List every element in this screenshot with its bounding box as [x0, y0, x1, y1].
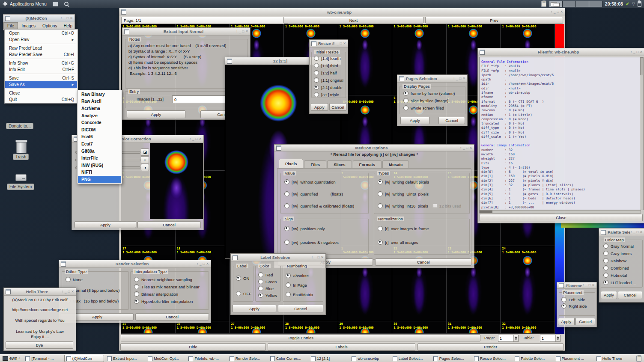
extract-titlebar[interactable]: Extract Input Normal ↑_□✕ [122, 28, 250, 36]
bye-button[interactable]: Bye [6, 341, 73, 349]
radio-selected-icon[interactable] [378, 179, 383, 184]
radio-option-blue[interactable]: Blue [258, 286, 277, 291]
applications-menu-button[interactable]: Applications Menu [10, 1, 47, 6]
submenu-item-ecat6[interactable]: Ecat6 [78, 134, 121, 141]
tab-pixels[interactable]: Pixels [279, 159, 303, 168]
menu-item-open[interactable]: OpenCtrl+O [5, 30, 77, 36]
shade-icon[interactable]: ↑ [236, 30, 238, 34]
radio-option-1-4-fourth[interactable]: [1:4] fourth [314, 56, 343, 61]
table-spinner[interactable]: 1 [540, 335, 561, 342]
menu-help[interactable]: Help [60, 23, 75, 29]
minimize-icon[interactable]: _ [314, 255, 316, 260]
radio-option-nearest-neighbour-sampling[interactable]: Nearest neighbour sampling [134, 277, 200, 282]
shade-icon[interactable]: ↑ [551, 10, 552, 14]
close-icon[interactable]: ✕ [321, 255, 324, 260]
horizontal-scrollbar[interactable] [479, 210, 641, 214]
radio-option-rainbow[interactable]: Rainbow [603, 258, 636, 263]
radio-option-gray-normal[interactable]: Gray Normal [603, 243, 636, 249]
menu-item-quit[interactable]: QuitCtrl+Q [5, 96, 77, 103]
apply-button[interactable]: Apply [311, 103, 328, 111]
file-system-icon[interactable] [15, 174, 27, 181]
radio-option-combined[interactable]: Combined [603, 265, 636, 270]
radio-icon[interactable] [378, 226, 383, 231]
radio-icon[interactable] [603, 258, 608, 263]
radio-selected-icon[interactable] [284, 226, 289, 231]
labels-button[interactable]: Labels [268, 343, 415, 350]
radio-icon[interactable] [134, 277, 139, 282]
maximize-icon[interactable]: □ [68, 290, 70, 294]
close-icon[interactable]: ✕ [469, 146, 472, 150]
radio-icon[interactable] [403, 98, 408, 103]
radio-icon[interactable] [314, 63, 319, 68]
brightness-icon[interactable]: ☼ [141, 156, 149, 163]
minimize-icon[interactable]: _ [633, 50, 635, 54]
radio-icon[interactable] [378, 203, 383, 208]
placement-titlebar[interactable]: Placement ↑_□✕ [557, 282, 596, 289]
radio-selected-icon[interactable] [286, 273, 291, 278]
minimize-icon[interactable]: _ [554, 10, 555, 14]
contrast-icon[interactable]: ◑ [141, 164, 149, 171]
cancel-button[interactable]: Cancel [575, 318, 595, 325]
label-titlebar[interactable]: Label Selection ↑_□✕ [231, 254, 325, 261]
apply-button[interactable]: Apply [127, 110, 185, 118]
workspace-2[interactable] [563, 1, 576, 7]
radio-icon[interactable] [134, 284, 139, 289]
minimize-icon[interactable]: _ [63, 16, 65, 21]
radio-selected-icon[interactable] [603, 280, 608, 285]
desktop-item-trash[interactable]: Trash [13, 154, 29, 160]
radio-option-ecat-matrix[interactable]: Ecat/Matrix [286, 292, 313, 297]
radio-option-w-writing-default-pixels[interactable]: [w] writing default pixels [378, 179, 461, 184]
spinner-arrows[interactable] [555, 335, 560, 341]
shade-icon[interactable]: ↑ [334, 42, 335, 46]
close-icon[interactable]: ✕ [199, 137, 202, 141]
menu-item-open-raw[interactable]: Open Raw▶ [5, 36, 77, 43]
cancel-button[interactable]: Cancel [375, 258, 471, 266]
minimize-icon[interactable]: _ [65, 290, 66, 294]
scan-cell-29[interactable]: 29 1 S=00s000 D=00s000 [338, 321, 393, 334]
spinner-arrows[interactable] [513, 335, 518, 341]
taskbar-item-resize-selec[interactable]: Resize Selec... [472, 355, 512, 362]
radio-icon[interactable] [403, 105, 408, 110]
radio-option-hotmetal[interactable]: Hotmetal [603, 273, 636, 278]
minimize-icon[interactable]: _ [585, 283, 587, 288]
radio-option-bilinear-interpolation[interactable]: Bilinear interpolation [134, 291, 200, 297]
scan-cell-28[interactable]: 28 1 S=00s000 D=00s000 [284, 321, 338, 334]
tab-mosaic[interactable]: Mosaic [382, 160, 409, 168]
shade-icon[interactable]: ↑ [630, 50, 632, 54]
close-icon[interactable]: ✕ [71, 290, 74, 294]
scan-cell-27[interactable]: 27 1 S=00s000 D=00s000 [230, 321, 284, 334]
submenu-item-acrnema[interactable]: AcrNema [78, 105, 121, 112]
close-icon[interactable]: ✕ [640, 50, 643, 54]
radio-option-rw-positives-negatives[interactable]: [rw] positives & negatives [284, 240, 339, 245]
radio-selected-icon[interactable] [378, 240, 383, 245]
radio-option-red[interactable]: Red [258, 272, 277, 277]
radio-icon[interactable] [314, 77, 319, 83]
maximize-icon[interactable]: □ [557, 10, 559, 14]
close-icon[interactable]: ✕ [592, 283, 595, 288]
radio-option-left-side[interactable]: Left side [561, 297, 587, 302]
scan-cell-25[interactable]: 25 1 S=00s000 D=00s000 [121, 321, 176, 334]
radio-option-none[interactable]: None [66, 277, 119, 282]
radio-option-2-1-double[interactable]: [2:1] double [314, 85, 343, 90]
close-icon[interactable]: ✕ [640, 230, 643, 234]
checkbox-12-bits[interactable] [433, 204, 437, 208]
toggle-entries-button[interactable]: Toggle Entries [121, 334, 480, 341]
menu-item-raw-predef-load[interactable]: Raw Predef Load [5, 45, 77, 51]
viewer-titlebar[interactable]: wb-cine.wbp ↑_□✕ [119, 8, 565, 16]
close-icon[interactable]: ✕ [343, 42, 346, 46]
radio-icon[interactable] [314, 56, 319, 61]
shade-icon[interactable]: ↑ [62, 290, 63, 294]
maximize-icon[interactable]: □ [317, 255, 319, 260]
radio-icon[interactable] [314, 70, 319, 75]
radio-option-green[interactable]: Green [258, 279, 277, 284]
vertical-scrollbar[interactable] [640, 57, 644, 210]
xfce-logo-icon[interactable] [3, 1, 8, 6]
minimize-icon[interactable]: _ [337, 42, 338, 46]
submenu-item-raw-ascii[interactable]: Raw Ascii [78, 98, 121, 105]
fileinfo-text-area[interactable]: General File InformationFILE *ifp : <nul… [479, 57, 640, 210]
tab-files[interactable]: Files [304, 160, 326, 168]
close-icon[interactable]: ✕ [560, 10, 563, 14]
gamma-icon[interactable]: ◪ [141, 148, 149, 156]
maximize-icon[interactable]: □ [203, 262, 205, 266]
options-titlebar[interactable]: MedCon Options ↑_□✕ [274, 145, 474, 151]
